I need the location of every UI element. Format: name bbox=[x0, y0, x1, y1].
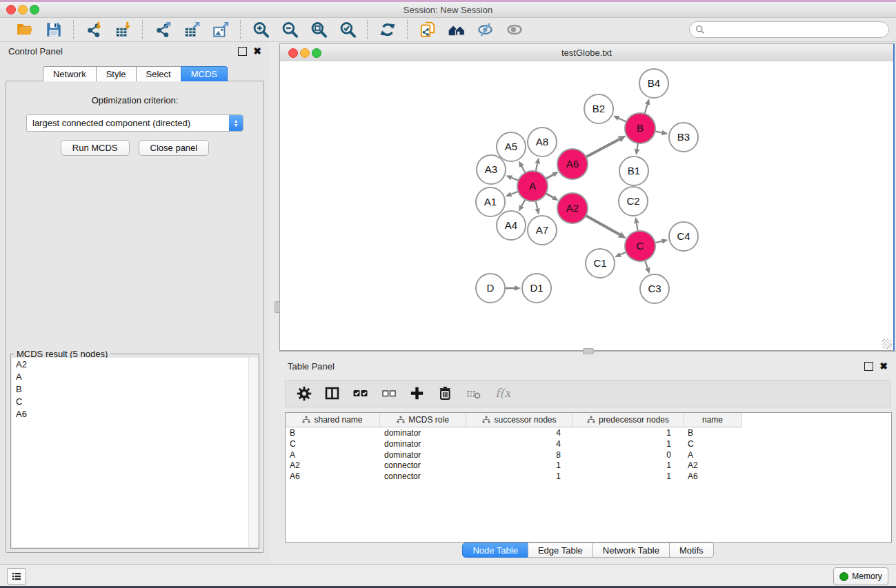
mcds-result-item[interactable]: B bbox=[12, 383, 258, 395]
add-column-icon[interactable] bbox=[408, 385, 426, 403]
network-window-title: testGlobe.txt bbox=[280, 44, 893, 61]
column-header-name[interactable]: name bbox=[684, 413, 742, 427]
close-table-panel-icon[interactable]: ✖ bbox=[879, 363, 888, 370]
vertical-splitter-grip[interactable] bbox=[275, 301, 280, 313]
mcds-result-item[interactable]: A2 bbox=[12, 358, 258, 370]
application-window: { "window": { "title": "Session: New Ses… bbox=[0, 0, 896, 588]
function-icon[interactable]: f(x) bbox=[493, 385, 511, 403]
graph-node-A3[interactable]: A3 bbox=[477, 155, 506, 184]
split-columns-icon[interactable] bbox=[323, 385, 341, 403]
tab-edge-table[interactable]: Edge Table bbox=[528, 543, 593, 558]
table-row[interactable]: A6connector11A6 bbox=[286, 471, 891, 482]
svg-text:B: B bbox=[637, 122, 644, 134]
export-table-icon[interactable] bbox=[182, 20, 201, 39]
task-history-button[interactable] bbox=[7, 568, 26, 585]
tab-node-table[interactable]: Node Table bbox=[462, 543, 528, 558]
network-window-titlebar[interactable]: testGlobe.txt bbox=[280, 44, 893, 62]
graph-node-A[interactable]: A bbox=[517, 171, 548, 201]
svg-text:C2: C2 bbox=[626, 195, 639, 207]
open-session-icon[interactable] bbox=[15, 20, 34, 39]
column-header-successor-nodes[interactable]: successor nodes bbox=[466, 413, 573, 427]
graph-node-C1[interactable]: C1 bbox=[586, 249, 615, 278]
duplicate-network-icon[interactable] bbox=[418, 20, 437, 39]
import-table-icon[interactable] bbox=[113, 20, 132, 39]
home-icon[interactable] bbox=[447, 20, 466, 39]
graph-node-D1[interactable]: D1 bbox=[522, 274, 551, 303]
import-network-icon[interactable] bbox=[84, 20, 103, 39]
tab-style[interactable]: Style bbox=[96, 66, 137, 81]
memory-status-icon bbox=[839, 572, 848, 581]
graph-node-A6[interactable]: A6 bbox=[557, 149, 588, 179]
network-view-window: testGlobe.txt B4B2BB3A5A8A6B1A3AA1C2A2A4… bbox=[279, 43, 895, 351]
graph-node-D[interactable]: D bbox=[476, 274, 505, 303]
network-graph[interactable]: B4B2BB3A5A8A6B1A3AA1C2A2A4A7C4CC1C3DD1 bbox=[280, 61, 893, 349]
mcds-result-item[interactable]: C bbox=[12, 395, 258, 407]
zoom-in-icon[interactable] bbox=[251, 20, 270, 39]
select-all-icon[interactable] bbox=[352, 385, 370, 403]
gear-icon[interactable] bbox=[295, 385, 313, 403]
window-resize-grip[interactable] bbox=[882, 339, 892, 349]
delete-table-icon[interactable] bbox=[465, 385, 483, 403]
graph-node-B1[interactable]: B1 bbox=[619, 156, 648, 185]
zoom-fit-icon[interactable] bbox=[309, 20, 328, 39]
column-header-MCDS-role[interactable]: MCDS role bbox=[380, 413, 466, 427]
close-panel-button[interactable]: Close panel bbox=[139, 140, 210, 156]
export-network-icon[interactable] bbox=[153, 20, 172, 39]
show-eye-icon[interactable] bbox=[505, 20, 524, 39]
delete-column-icon[interactable] bbox=[437, 385, 455, 403]
svg-text:A7: A7 bbox=[536, 224, 548, 236]
refresh-icon[interactable] bbox=[378, 20, 397, 39]
tab-select[interactable]: Select bbox=[136, 66, 181, 81]
graph-node-B3[interactable]: B3 bbox=[669, 123, 698, 152]
hide-selected-icon[interactable] bbox=[476, 20, 495, 39]
tab-network-table[interactable]: Network Table bbox=[593, 543, 670, 558]
graph-node-A8[interactable]: A8 bbox=[528, 128, 557, 156]
zoom-selected-icon[interactable] bbox=[338, 20, 357, 39]
save-session-icon[interactable] bbox=[44, 20, 63, 39]
column-header-shared-name[interactable]: shared name bbox=[286, 413, 380, 427]
zoom-out-icon[interactable] bbox=[280, 20, 299, 39]
search-input[interactable] bbox=[689, 21, 889, 38]
graph-node-B4[interactable]: B4 bbox=[639, 69, 668, 98]
float-table-panel-icon[interactable] bbox=[864, 362, 873, 371]
run-mcds-button[interactable]: Run MCDS bbox=[61, 140, 130, 156]
graph-node-A2[interactable]: A2 bbox=[557, 193, 588, 223]
deselect-all-icon[interactable] bbox=[380, 385, 398, 403]
result-scrollbar[interactable] bbox=[248, 358, 258, 547]
table-row[interactable]: Bdominator41B bbox=[286, 427, 891, 438]
close-panel-icon[interactable]: ✖ bbox=[253, 48, 261, 55]
graph-node-C2[interactable]: C2 bbox=[619, 187, 648, 216]
svg-text:C3: C3 bbox=[648, 283, 661, 294]
network-minimize-button[interactable] bbox=[300, 48, 310, 58]
mcds-result-item[interactable]: A bbox=[12, 370, 258, 383]
memory-button[interactable]: Memory bbox=[833, 567, 888, 585]
graph-node-A1[interactable]: A1 bbox=[476, 187, 505, 216]
tab-motifs[interactable]: Motifs bbox=[669, 543, 714, 558]
table-row[interactable]: Cdominator41C bbox=[286, 438, 891, 449]
node-table[interactable]: shared nameMCDS rolesuccessor nodesprede… bbox=[285, 412, 892, 543]
horizontal-splitter-grip[interactable] bbox=[583, 348, 594, 354]
graph-node-A5[interactable]: A5 bbox=[497, 132, 526, 161]
network-close-button[interactable] bbox=[288, 48, 298, 58]
mcds-result-item[interactable]: A6 bbox=[12, 407, 258, 420]
graph-node-B[interactable]: B bbox=[625, 113, 655, 143]
graph-node-C4[interactable]: C4 bbox=[669, 222, 698, 251]
tab-mcds[interactable]: MCDS bbox=[181, 66, 228, 81]
mcds-result-list[interactable]: A2ABCA6 bbox=[12, 358, 258, 547]
network-canvas[interactable]: B4B2BB3A5A8A6B1A3AA1C2A2A4A7C4CC1C3DD1 bbox=[280, 61, 893, 350]
float-panel-icon[interactable] bbox=[238, 47, 247, 56]
graph-node-A7[interactable]: A7 bbox=[528, 216, 557, 245]
table-row[interactable]: A2connector11A2 bbox=[286, 460, 891, 471]
column-header-predecessor-nodes[interactable]: predecessor nodes bbox=[573, 413, 684, 427]
tab-network[interactable]: Network bbox=[43, 66, 97, 81]
column-type-icon bbox=[397, 416, 405, 424]
graph-node-C[interactable]: C bbox=[625, 231, 655, 261]
optimization-criterion-select[interactable]: largest connected component (directed) ▲… bbox=[26, 114, 243, 132]
graph-node-C3[interactable]: C3 bbox=[640, 274, 669, 303]
graph-node-A4[interactable]: A4 bbox=[497, 211, 526, 240]
network-maximize-button[interactable] bbox=[312, 48, 321, 58]
search-field-wrap bbox=[689, 21, 889, 38]
table-row[interactable]: Adominator80A bbox=[286, 449, 891, 460]
export-image-icon[interactable] bbox=[211, 20, 230, 39]
graph-node-B2[interactable]: B2 bbox=[584, 94, 613, 123]
